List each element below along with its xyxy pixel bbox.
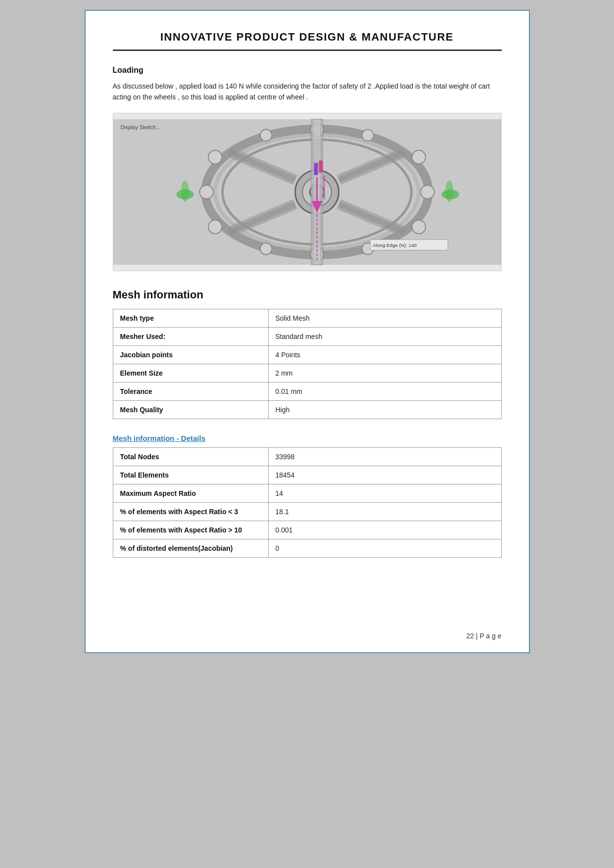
- svg-point-25: [412, 220, 425, 234]
- table-value: High: [268, 400, 501, 419]
- mesh-info-title: Mesh information: [113, 289, 502, 301]
- table-row: Total Nodes33998: [113, 447, 501, 466]
- table-row: Maximum Aspect Ratio14: [113, 484, 501, 502]
- page: INNOVATIVE PRODUCT DESIGN & MANUFACTURE …: [85, 10, 530, 653]
- page-num-value: 22: [466, 632, 474, 640]
- table-row: % of elements with Aspect Ratio > 100.00…: [113, 521, 501, 539]
- table-row: % of distorted elements(Jacobian)0: [113, 539, 501, 557]
- table-value: Solid Mesh: [268, 309, 501, 327]
- loading-title: Loading: [113, 66, 502, 75]
- svg-point-28: [260, 129, 272, 141]
- table-value: 14: [268, 484, 501, 502]
- table-row: Mesher Used:Standard mesh: [113, 327, 501, 345]
- table-value: Standard mesh: [268, 327, 501, 345]
- table-label: Tolerance: [113, 382, 268, 400]
- table-label: Mesh type: [113, 309, 268, 327]
- mesh-details-table: Total Nodes33998Total Elements18454Maxim…: [113, 447, 502, 558]
- page-title: INNOVATIVE PRODUCT DESIGN & MANUFACTURE: [113, 31, 502, 44]
- table-label: % of elements with Aspect Ratio < 3: [113, 502, 268, 521]
- svg-point-26: [199, 185, 213, 198]
- svg-point-41: [181, 180, 189, 201]
- table-value: 0: [268, 539, 501, 557]
- mesh-info-table: Mesh typeSolid MeshMesher Used:Standard …: [113, 309, 502, 419]
- svg-point-22: [208, 150, 222, 164]
- table-row: Tolerance0.01 mm: [113, 382, 501, 400]
- mesh-details-header: Mesh information - Details: [113, 434, 502, 442]
- svg-point-30: [260, 243, 272, 255]
- table-value: 18454: [268, 466, 501, 484]
- svg-point-27: [421, 185, 434, 198]
- table-label: Mesher Used:: [113, 327, 268, 345]
- page-label: P a g e: [479, 632, 501, 640]
- table-label: Jacobian points: [113, 345, 268, 364]
- svg-point-24: [208, 220, 222, 234]
- table-value: 0.01 mm: [268, 382, 501, 400]
- table-value: 4 Points: [268, 345, 501, 364]
- table-label: Maximum Aspect Ratio: [113, 484, 268, 502]
- page-header: INNOVATIVE PRODUCT DESIGN & MANUFACTURE: [113, 31, 502, 51]
- table-label: Element Size: [113, 364, 268, 382]
- table-row: Element Size2 mm: [113, 364, 501, 382]
- table-row: Mesh QualityHigh: [113, 400, 501, 419]
- svg-rect-44: [319, 160, 323, 173]
- svg-text:Display Sketch...: Display Sketch...: [120, 124, 160, 130]
- table-label: % of distorted elements(Jacobian): [113, 539, 268, 557]
- svg-point-23: [412, 150, 425, 164]
- table-label: Total Nodes: [113, 447, 268, 466]
- svg-point-42: [445, 180, 453, 201]
- loading-body: As discussed below , applied load is 140…: [113, 81, 502, 103]
- table-label: % of elements with Aspect Ratio > 10: [113, 521, 268, 539]
- svg-rect-43: [314, 163, 318, 175]
- table-row: Jacobian points4 Points: [113, 345, 501, 364]
- table-label: Total Elements: [113, 466, 268, 484]
- svg-text:Along Edge (N):  140: Along Edge (N): 140: [373, 242, 417, 248]
- table-value: 33998: [268, 447, 501, 466]
- table-row: Total Elements18454: [113, 466, 501, 484]
- mesh-information-section: Mesh information Mesh typeSolid MeshMesh…: [113, 289, 502, 558]
- details-title: Mesh information - Details: [113, 434, 502, 442]
- table-value: 0.001: [268, 521, 501, 539]
- table-row: % of elements with Aspect Ratio < 318.1: [113, 502, 501, 521]
- svg-point-29: [362, 129, 374, 141]
- table-label: Mesh Quality: [113, 400, 268, 419]
- table-value: 18.1: [268, 502, 501, 521]
- wheel-image: Display Sketch...: [113, 113, 502, 271]
- loading-section: Loading As discussed below , applied loa…: [113, 66, 502, 271]
- table-value: 2 mm: [268, 364, 501, 382]
- page-number: 22 | P a g e: [466, 632, 501, 640]
- table-row: Mesh typeSolid Mesh: [113, 309, 501, 327]
